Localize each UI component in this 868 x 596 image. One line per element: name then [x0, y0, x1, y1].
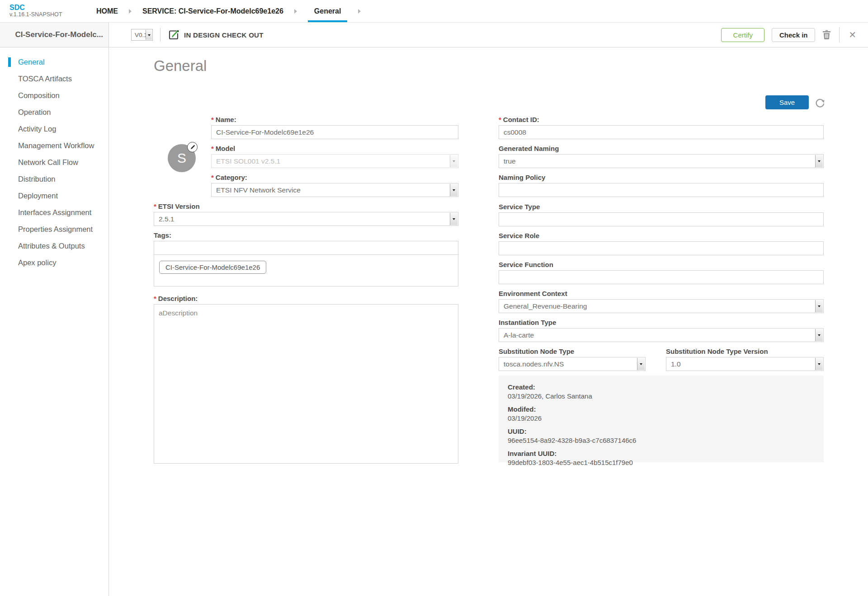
chevron-down-icon: [815, 155, 823, 167]
uuid-label: UUID:: [508, 427, 815, 436]
name-input[interactable]: [211, 125, 458, 139]
generated-naming-select[interactable]: true: [499, 154, 824, 168]
service-avatar[interactable]: S: [168, 144, 196, 172]
substitution-node-type-field: Substitution Node Type tosca.nodes.nfv.N…: [499, 348, 646, 371]
version-select[interactable]: V0.1: [131, 29, 153, 41]
sidebar-item-distribution[interactable]: Distribution: [0, 171, 108, 188]
environment-context-select[interactable]: General_Revenue-Bearing: [499, 299, 824, 313]
top-nav-bar: SDC v.1.16.1-SNAPSHOT HOME SERVICE: CI-S…: [0, 0, 868, 23]
edit-avatar-badge[interactable]: [187, 142, 198, 152]
description-textarea[interactable]: aDescription: [154, 304, 458, 464]
lifecycle-status-label: IN DESIGN CHECK OUT: [184, 31, 264, 39]
created-label: Created:: [508, 383, 815, 392]
trash-icon[interactable]: [822, 30, 831, 40]
service-function-field: Service Function: [499, 261, 824, 284]
sidebar-item-attributes-outputs[interactable]: Attributes & Outputs: [0, 238, 108, 254]
workspace-toolbar: CI-Service-For-Modelc... V0.1 IN DESIGN …: [0, 23, 868, 47]
tags-input[interactable]: [154, 241, 458, 255]
naming-policy-field: Naming Policy: [499, 174, 824, 197]
save-button[interactable]: Save: [765, 95, 809, 109]
general-form: General Save S *Name:: [109, 47, 868, 596]
name-field: *Name:: [211, 116, 458, 139]
divider: [160, 28, 160, 42]
description-field: *Description: aDescription: [154, 295, 458, 465]
sidebar-item-properties-assignment[interactable]: Properties Assignment: [0, 221, 108, 238]
invariant-uuid-label: Invariant UUID:: [508, 449, 815, 458]
sidebar-item-deployment[interactable]: Deployment: [0, 188, 108, 204]
breadcrumb-service[interactable]: SERVICE: CI-Service-For-Modelc69e1e26: [142, 0, 283, 22]
substitution-node-type-version-select[interactable]: 1.0: [666, 357, 824, 371]
sidebar-item-interfaces-assignment[interactable]: Interfaces Assignment: [0, 204, 108, 221]
certify-button[interactable]: Certify: [721, 28, 764, 42]
category-select[interactable]: ETSI NFV Network Service: [211, 183, 458, 197]
entity-title-cell: CI-Service-For-Modelc...: [0, 23, 109, 47]
substitution-node-type-version-field: Substitution Node Type Version 1.0: [666, 348, 824, 371]
generated-naming-field: Generated Naming true: [499, 145, 824, 168]
sidebar-item-management-workflow[interactable]: Management Workflow: [0, 137, 108, 154]
model-field: *Model ETSI SOL001 v2.5.1: [211, 145, 458, 168]
sidebar-item-activity-log[interactable]: Activity Log: [0, 121, 108, 137]
invariant-uuid-value: 99debf03-1803-4e55-aec1-4b515c1f79e0: [508, 458, 815, 467]
avatar-letter: S: [177, 150, 186, 166]
service-type-field: Service Type: [499, 203, 824, 226]
chevron-right-icon: [358, 0, 361, 22]
service-type-input[interactable]: [499, 212, 824, 226]
contact-id-field: *Contact ID:: [499, 116, 824, 139]
modified-label: Modifed:: [508, 405, 815, 414]
divider: [839, 27, 840, 42]
chevron-right-icon: [129, 0, 132, 22]
uuid-value: 96ee5154-8a92-4328-b9a3-c7c6837146c6: [508, 436, 815, 445]
tags-list: CI-Service-For-Modelc69e1e26: [154, 254, 458, 286]
chevron-down-icon: [637, 358, 645, 370]
pencil-icon: [190, 145, 195, 150]
chevron-down-icon: [815, 329, 823, 341]
sidebar-item-apex-policy[interactable]: Apex policy: [0, 254, 108, 271]
close-icon[interactable]: ✕: [848, 29, 857, 40]
etsi-version-select[interactable]: 2.5.1: [154, 212, 458, 226]
substitution-node-type-select[interactable]: tosca.nodes.nfv.NS: [499, 357, 646, 371]
chevron-right-icon: [294, 0, 297, 22]
sidebar-item-tosca-artifacts[interactable]: TOSCA Artifacts: [0, 70, 108, 87]
service-role-field: Service Role: [499, 232, 824, 255]
created-value: 03/19/2026, Carlos Santana: [508, 392, 815, 401]
tags-field: Tags: CI-Service-For-Modelc69e1e26: [154, 232, 458, 286]
sdc-logo[interactable]: SDC v.1.16.1-SNAPSHOT: [0, 0, 96, 22]
service-role-input[interactable]: [499, 241, 824, 255]
tag-chip[interactable]: CI-Service-For-Modelc69e1e26: [159, 261, 266, 274]
chevron-down-icon: [450, 184, 458, 196]
sidebar-item-composition[interactable]: Composition: [0, 87, 108, 104]
chevron-down-icon: [815, 358, 823, 370]
metadata-panel: Created: 03/19/2026, Carlos Santana Modi…: [499, 375, 824, 462]
category-field: *Category: ETSI NFV Network Service: [211, 174, 458, 197]
breadcrumb-current-general[interactable]: General: [308, 0, 348, 22]
checkin-button[interactable]: Check in: [772, 28, 815, 42]
refresh-icon[interactable]: [814, 97, 826, 111]
app-version: v.1.16.1-SNAPSHOT: [9, 11, 96, 18]
service-function-input[interactable]: [499, 270, 824, 284]
instantiation-type-select[interactable]: A-la-carte: [499, 328, 824, 342]
entity-title: CI-Service-For-Modelc...: [15, 30, 103, 39]
sidebar-item-operation[interactable]: Operation: [0, 104, 108, 121]
etsi-version-field: *ETSI Version 2.5.1: [154, 203, 458, 226]
page-title: General: [154, 57, 207, 75]
environment-context-field: Environment Context General_Revenue-Bear…: [499, 290, 824, 313]
checkout-icon: [168, 29, 179, 41]
chevron-down-icon: [450, 213, 458, 225]
contact-id-input[interactable]: [499, 125, 824, 139]
breadcrumb: HOME SERVICE: CI-Service-For-Modelc69e1e…: [96, 0, 372, 22]
sdc-app: SDC v.1.16.1-SNAPSHOT HOME SERVICE: CI-S…: [0, 0, 868, 596]
naming-policy-input[interactable]: [499, 183, 824, 197]
sidebar-item-general[interactable]: General: [0, 54, 108, 70]
chevron-down-icon: [450, 155, 458, 167]
app-name: SDC: [9, 4, 96, 11]
sidebar-item-network-call-flow[interactable]: Network Call Flow: [0, 154, 108, 171]
left-nav: General TOSCA Artifacts Composition Oper…: [0, 47, 109, 596]
instantiation-type-field: Instantiation Type A-la-carte: [499, 319, 824, 342]
chevron-down-icon: [815, 300, 823, 312]
modified-value: 03/19/2026: [508, 414, 815, 423]
chevron-down-icon: [146, 30, 152, 40]
breadcrumb-home[interactable]: HOME: [96, 0, 118, 22]
model-select: ETSI SOL001 v2.5.1: [211, 154, 458, 168]
